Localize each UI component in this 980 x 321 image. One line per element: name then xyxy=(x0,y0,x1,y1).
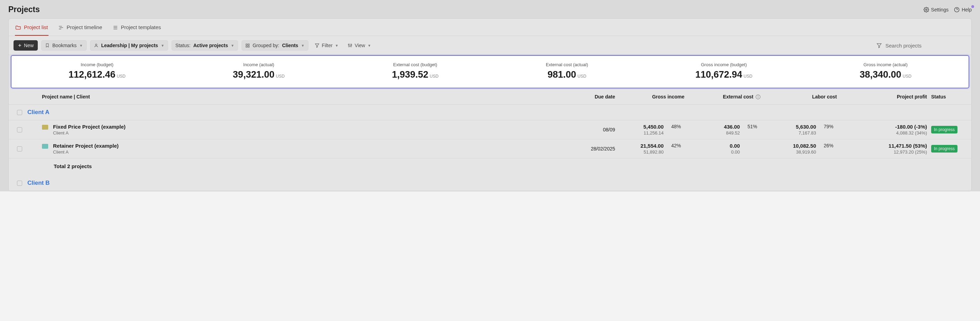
table-row[interactable]: Retainer Project (example) Client A 28/0… xyxy=(9,139,971,158)
page-title: Projects xyxy=(8,5,40,14)
stat-label: Gross income (actual) xyxy=(860,62,912,67)
svg-rect-15 xyxy=(248,46,250,47)
tab-project-list[interactable]: Project list xyxy=(15,19,49,36)
svg-point-26 xyxy=(758,96,758,96)
svg-marker-23 xyxy=(877,44,881,48)
scope-dropdown[interactable]: Leadership | My projects ▼ xyxy=(90,40,168,51)
status-badge: In progress xyxy=(931,126,958,133)
svg-rect-12 xyxy=(246,44,247,45)
status-dropdown[interactable]: Status: Active projects ▼ xyxy=(172,40,238,51)
svg-rect-14 xyxy=(246,46,247,47)
group-header[interactable]: Client A xyxy=(9,105,971,120)
svg-marker-16 xyxy=(315,44,319,47)
tab-project-timeline[interactable]: Project timeline xyxy=(57,19,103,36)
settings-label: Settings xyxy=(931,7,949,13)
due-date: 28/02/2025 xyxy=(556,146,615,152)
groupby-value: Clients xyxy=(282,43,298,48)
search-input[interactable] xyxy=(885,43,955,48)
new-button[interactable]: New xyxy=(14,40,38,51)
groupby-prefix: Grouped by: xyxy=(253,43,279,48)
bookmarks-dropdown[interactable]: Bookmarks ▼ xyxy=(41,40,87,51)
groupby-dropdown[interactable]: Grouped by: Clients ▼ xyxy=(242,40,309,51)
chevron-down-icon: ▼ xyxy=(335,44,339,48)
stat-value: 38,340.00 xyxy=(860,69,901,80)
project-name[interactable]: Fixed Price Project (example) xyxy=(53,124,126,129)
col-due[interactable]: Due date xyxy=(556,94,615,99)
stat-currency: USD xyxy=(430,74,438,79)
profit-main: 11,471.50 (53%) xyxy=(837,143,927,149)
project-name[interactable]: Retainer Project (example) xyxy=(53,143,119,149)
col-profit[interactable]: Project profit xyxy=(837,94,927,99)
group-header[interactable]: Client B xyxy=(9,176,971,191)
checkbox[interactable] xyxy=(17,146,22,152)
bookmarks-label: Bookmarks xyxy=(52,43,76,48)
checkbox[interactable] xyxy=(17,127,22,133)
stat-value: 112,612.46 xyxy=(68,69,115,80)
stat-external-budget: External cost (budget) 1,939.52USD xyxy=(392,62,438,80)
labor-main: 5,630.00 xyxy=(760,124,816,129)
stat-currency: USD xyxy=(578,74,586,79)
stat-external-actual: External cost (actual) 981.00USD xyxy=(546,62,588,80)
labor-pct: 79% xyxy=(818,124,837,129)
folder-icon xyxy=(42,125,48,129)
help-icon xyxy=(954,7,959,13)
labor-sub: 7,167.83 xyxy=(760,130,816,136)
svg-point-22 xyxy=(351,45,352,45)
ext-sub: 849.52 xyxy=(684,130,740,136)
gross-main: 21,554.00 xyxy=(615,143,663,149)
gross-sub: 11,256.14 xyxy=(615,130,663,136)
timeline-icon xyxy=(58,25,64,30)
labor-main: 10,082.50 xyxy=(760,143,816,149)
list-icon xyxy=(113,25,118,30)
chevron-down-icon: ▼ xyxy=(231,44,234,48)
ext-pct: 51% xyxy=(741,124,760,129)
folder-open-icon xyxy=(16,25,21,30)
table-row[interactable]: Fixed Price Project (example) Client A 0… xyxy=(9,120,971,139)
col-project[interactable]: Project name | Client xyxy=(27,94,556,99)
stat-value: 110,672.94 xyxy=(695,69,742,80)
gross-main: 5,450.00 xyxy=(615,124,663,129)
filter-toggle-icon[interactable] xyxy=(877,43,882,48)
table-header: Project name | Client Due date Gross inc… xyxy=(9,88,971,105)
stat-income-actual: Income (actual) 39,321.00USD xyxy=(233,62,285,80)
new-label: New xyxy=(24,43,33,48)
person-icon xyxy=(94,43,99,48)
svg-point-21 xyxy=(349,46,350,46)
tab-project-templates[interactable]: Project templates xyxy=(112,19,162,36)
stat-value: 981.00 xyxy=(547,69,576,80)
stat-gross-budget: Gross income (budget) 110,672.94USD xyxy=(695,62,752,80)
stat-label: External cost (actual) xyxy=(546,62,588,67)
svg-point-20 xyxy=(348,45,348,45)
stat-gross-actual: Gross income (actual) 38,340.00USD xyxy=(860,62,912,80)
settings-link[interactable]: Settings xyxy=(924,7,949,13)
project-client: Client A xyxy=(53,149,119,155)
gross-sub: 51,892.80 xyxy=(615,149,663,155)
group-total: Total 2 projects xyxy=(9,158,971,176)
gear-icon xyxy=(924,7,929,13)
chevron-down-icon: ▼ xyxy=(301,44,305,48)
svg-point-0 xyxy=(926,9,927,10)
help-link[interactable]: Help xyxy=(954,7,972,13)
group-name[interactable]: Client A xyxy=(27,109,969,116)
stat-label: Income (actual) xyxy=(233,62,285,67)
profit-sub: 12,973.20 (25%) xyxy=(837,149,927,155)
stat-label: Gross income (budget) xyxy=(695,62,752,67)
group-name[interactable]: Client B xyxy=(27,180,969,187)
view-button[interactable]: View ▼ xyxy=(345,41,374,50)
col-status[interactable]: Status xyxy=(927,94,969,99)
profit-main: -180.00 (-3%) xyxy=(837,124,927,129)
checkbox[interactable] xyxy=(17,180,22,186)
notification-dot xyxy=(971,5,974,8)
col-labor[interactable]: Labor cost xyxy=(760,94,837,99)
ext-sub: 0.00 xyxy=(684,149,740,155)
checkbox[interactable] xyxy=(17,110,22,115)
col-external[interactable]: External cost xyxy=(684,94,760,99)
stat-currency: USD xyxy=(117,74,126,79)
filter-button[interactable]: Filter ▼ xyxy=(312,41,341,50)
status-prefix: Status: xyxy=(175,43,191,48)
stat-value: 1,939.52 xyxy=(392,69,428,80)
tab-label: Project timeline xyxy=(67,24,102,30)
col-gross[interactable]: Gross income xyxy=(615,94,684,99)
view-label: View xyxy=(355,43,365,48)
scope-label: Leadership | My projects xyxy=(101,43,158,48)
